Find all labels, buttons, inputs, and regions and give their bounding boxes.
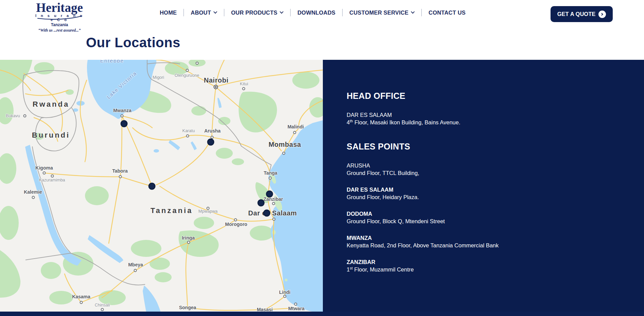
logo-title: Heritage [32,1,87,14]
sales-point-city: ZANZIBAR [347,258,620,266]
sales-point-city: DAR ES SALAAM [347,186,620,193]
nav-item-label: CUSTOMER SERVICE [349,10,408,16]
map-city-marker [80,301,83,304]
map-label-chinsali: Chinsali [95,303,110,308]
address-ordinal-suffix: st [350,266,353,270]
map-label-lindi: Lindi [279,289,290,295]
nav-item-our-products[interactable]: OUR PRODUCTS [231,10,283,16]
map-label-tanzania: Tanzania [151,206,193,215]
map-city-marker [187,241,190,244]
sales-point-zanzibar: ZANZIBAR1st Floor, Muzammil Centre [347,258,620,273]
map-label-malindi: Malindi [288,124,304,129]
map-city-marker [134,269,137,272]
sales-point-arusha: ARUSHAGround Floor, TTCL Building, [347,162,620,177]
heritage-logo[interactable]: Heritage I n s u r a n c e C o Tanzania … [32,1,87,32]
page-title: Our Locations [86,35,180,50]
map-label-burundi: Burundi [32,131,70,140]
map-label-tabora: Tabora [112,168,128,174]
sales-point-address: Ground Floor, TTCL Building, [347,169,620,177]
sales-point-city: MWANZA [347,234,620,242]
map-city-marker [186,135,189,138]
sales-points-list: ARUSHAGround Floor, TTCL Building,DAR ES… [347,162,620,273]
map-label-mpwapwa: Mpwapwa [198,209,217,214]
logo-swoosh [35,15,86,20]
map-city-marker [43,172,46,175]
map-label-entebbe: Entebbe [100,60,124,64]
logo-country: Tanzania [32,22,87,27]
map-label-dar-es-salaam: Dar es Salaam [248,209,297,217]
map-city-marker [282,152,285,155]
map-canvas [0,60,323,312]
map-city-marker [51,175,54,178]
map-city-marker [196,62,199,65]
map-city-marker [294,303,297,306]
map-city-marker [234,218,237,222]
map-label-migori: Migori [153,75,164,80]
map-city-marker [23,115,27,118]
locations-panel: HEAD OFFICE DAR ES SALAAM 4th Floor, Mas… [323,60,644,312]
location-dot-dar-es-salaam-sales [258,199,265,207]
nav-divider [224,9,224,16]
map-city-marker [272,202,275,205]
location-dot-arusha [207,139,214,146]
nav-divider [421,9,422,16]
nav-item-downloads[interactable]: DOWNLOADS [297,10,335,16]
nav-item-label: CONTACT US [429,10,466,16]
location-dot-mwanza [121,120,128,127]
map-label-arusha: Arusha [204,128,221,134]
address-text: Kenyatta Road, 2nd Floor, Above Tanzania… [347,242,499,248]
head-office-city: DAR ES SALAAM [347,111,620,119]
address-text: 1 [347,266,350,273]
nav-item-about[interactable]: ABOUT [191,10,217,16]
map-city-marker [32,196,35,199]
map-label-tanga: Tanga [264,170,277,176]
chevron-down-icon [411,10,415,13]
map-label-songea: Songea [179,305,196,310]
address-text: Floor, Masaki Ikon Building, Bains Avenu… [353,119,460,125]
sales-point-dar-es-salaam: DAR ES SALAAMGround Floor, Heidary Plaza… [347,186,620,201]
address-text: 4 [347,119,350,125]
address-text: Ground Floor, Heidary Plaza. [347,194,419,200]
map-city-marker [269,177,272,180]
map-capital-marker [214,85,218,89]
nav-divider [290,9,291,16]
location-dot-dar-es-salaam-head [263,210,271,217]
sales-point-city: DODOMA [347,210,620,217]
get-a-quote-label: GET A QUOTE [557,11,595,17]
head-office-address: 4th Floor, Masaki Ikon Building, Bains A… [347,119,620,126]
map-city-marker [186,69,189,72]
map-label-kitui: Kitui [240,82,248,86]
sales-points-title: SALES POINTS [347,142,620,152]
map-label-olenguruone: Olenguruone [175,73,199,78]
map-city-marker [119,175,122,178]
nav-item-label: HOME [160,10,177,16]
site-header: Heritage I n s u r a n c e C o Tanzania … [0,0,644,60]
nav-item-contact-us[interactable]: CONTACT US [429,10,466,16]
sales-point-address: 1st Floor, Muzammil Centre [347,266,620,273]
address-ordinal-suffix: th [350,119,353,123]
get-a-quote-button[interactable]: GET A QUOTE [551,6,613,22]
map-label-kasama: Kasama [72,294,90,299]
map-label-kazuramimba: Kazuramimba [39,178,65,182]
nav-item-home[interactable]: HOME [160,10,177,16]
location-dot-zanzibar [266,191,273,198]
map-label-kalemie: Kalemie [24,189,42,195]
map-label-mwanza: Mwanza [113,108,132,113]
map-label-mtwara: Mtwara [288,306,304,311]
nav-item-label: ABOUT [191,10,211,16]
locations-map[interactable]: EntebbeLake VictoriaMigoriOlenguruoneNai… [0,60,323,312]
chevron-right-circle-icon [598,11,606,18]
map-city-marker [121,115,124,118]
logo-tagline: “With us ...rest assured...” [32,28,87,32]
map-city-marker [273,218,276,221]
head-office-title: HEAD OFFICE [347,91,620,101]
map-label-karatu: Karatu [182,128,195,133]
sales-point-city: ARUSHA [347,162,620,169]
address-text: Floor, Muzammil Centre [353,266,414,273]
nav-divider [342,9,343,16]
map-label-masasi: Masasi [257,307,273,312]
map-label-rwanda: Rwanda [33,100,69,109]
map-label-mombasa: Mombasa [268,141,301,148]
sales-point-mwanza: MWANZAKenyatta Road, 2nd Floor, Above Ta… [347,234,620,249]
nav-item-customer-service[interactable]: CUSTOMER SERVICE [349,10,415,16]
